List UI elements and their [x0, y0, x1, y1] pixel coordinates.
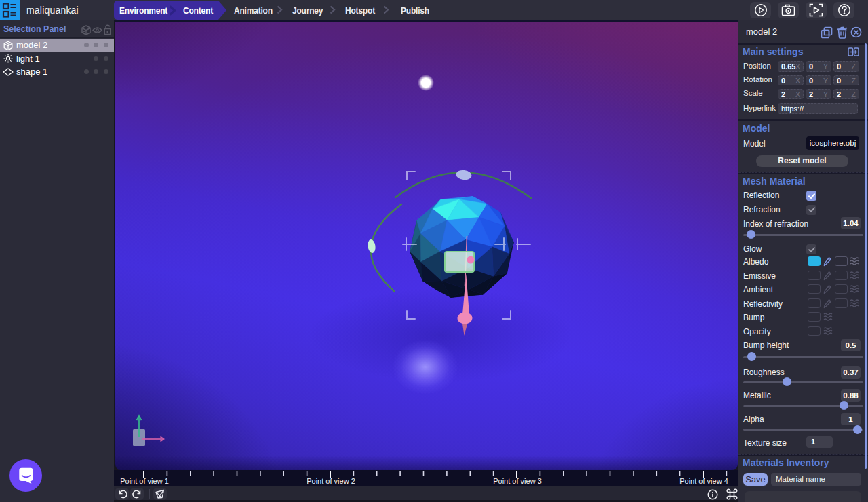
svg-text:Point of view 4: Point of view 4 — [679, 477, 728, 485]
svg-text:Point of view 3: Point of view 3 — [493, 477, 542, 485]
svg-text:Point of view 2: Point of view 2 — [307, 477, 355, 485]
svg-text:Point of view 1: Point of view 1 — [120, 477, 169, 485]
